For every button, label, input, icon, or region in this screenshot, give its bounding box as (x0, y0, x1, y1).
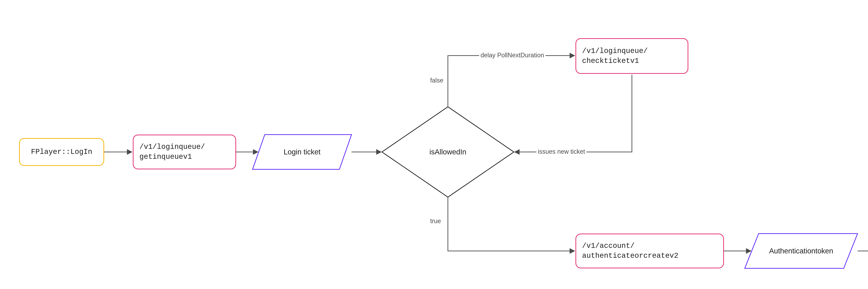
node-authenticate-label: /v1/account/ authenticateorcreatev2 (582, 241, 678, 261)
node-player-login-label: FPlayer::LogIn (31, 147, 92, 157)
node-authenticate: /v1/account/ authenticateorcreatev2 (576, 234, 724, 268)
node-getinqueue-label: /v1/loginqueue/ getinqueuev1 (140, 142, 205, 162)
node-login-ticket: Login ticket (253, 135, 351, 169)
node-getinqueue: /v1/loginqueue/ getinqueuev1 (133, 135, 236, 169)
edge-label-false: false (429, 77, 445, 84)
node-checkticket-label: /v1/loginqueue/ checkticketv1 (582, 46, 648, 66)
node-player-login: FPlayer::LogIn (19, 138, 104, 166)
flowchart-canvas: FPlayer::LogIn /v1/loginqueue/ getinqueu… (0, 0, 868, 289)
node-login-ticket-label: Login ticket (253, 135, 351, 169)
edge-label-true: true (429, 217, 442, 225)
node-checkticket: /v1/loginqueue/ checkticketv1 (576, 38, 688, 74)
node-auth-token-label: Authentication token (745, 234, 858, 268)
node-isallowedin: isAllowedIn (413, 143, 483, 161)
node-auth-token: Authentication token (745, 234, 858, 268)
edge-label-delay: delay PollNextDuration (479, 51, 546, 59)
node-isallowedin-label: isAllowedIn (430, 148, 466, 156)
edge-label-issues: issues new ticket (536, 148, 586, 155)
